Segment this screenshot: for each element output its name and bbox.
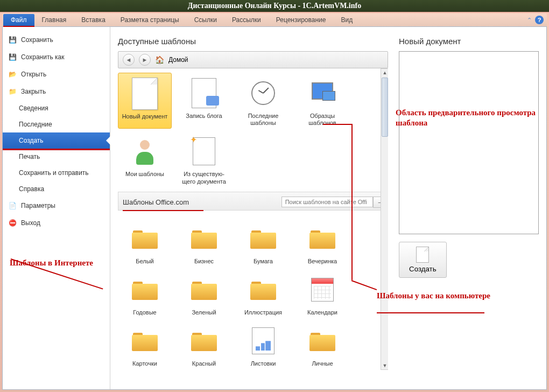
chart-doc-icon [252,327,274,354]
nav-exit[interactable]: ⛔ Выход [3,214,110,232]
create-button-label: Создать [409,265,437,273]
template-label: Мои шаблоны [120,171,170,178]
folder-icon [250,279,276,300]
online-templates-grid: Белый Бизнес Бумага Вечеринка Годовые Зе… [118,211,388,370]
folder-icon [132,331,158,351]
nav-close[interactable]: 📁 Закрыть [3,83,110,100]
nav-recent[interactable]: Последние [3,116,110,132]
person-icon [133,138,157,165]
scrollbar-thumb[interactable] [382,78,388,137]
template-folder-red[interactable]: Красный [177,320,231,369]
app-window: Дистанционные Онлайн Курсы - 1C.ArtemVM.… [0,0,549,392]
template-folder-cards[interactable]: Карточки [118,320,172,369]
nav-save[interactable]: 💾 Сохранить [3,31,110,48]
folder-icon [250,228,276,249]
template-label: Образцы шаблонов [298,113,347,127]
backstage-nav: 💾 Сохранить 💾 Сохранить как 📂 Открыть 📁 … [3,27,110,389]
scroll-down-icon[interactable]: ▼ [381,362,388,369]
nav-label: Сведения [19,104,48,112]
local-templates-grid: Новый документ Запись блога Последние ша… [118,68,388,192]
tab-view[interactable]: Вид [333,14,360,26]
folder-icon [191,228,217,249]
breadcrumb-bar: ◄ ► 🏠 Домой [118,51,388,68]
search-input[interactable] [281,197,373,207]
template-recent[interactable]: Последние шаблоны [236,73,290,129]
exit-icon: ⛔ [8,219,17,227]
templates-scroll: Новый документ Запись блога Последние ша… [118,68,388,370]
ribbon-tabs: Файл Главная Вставка Разметка страницы С… [2,13,547,26]
template-folder-party[interactable]: Вечеринка [295,218,349,267]
preview-box [399,51,539,234]
template-from-existing[interactable]: Из существую-щего документа [177,131,231,187]
template-folder-illustration[interactable]: Иллюстрация [236,269,290,318]
blog-icon [192,78,216,108]
nav-options[interactable]: 📄 Параметры [3,197,110,214]
tab-file[interactable]: Файл [3,14,34,26]
nav-help[interactable]: Справка [3,181,110,197]
folder-icon [309,331,335,351]
tab-references[interactable]: Ссылки [187,14,224,26]
document-icon [132,78,158,110]
nav-label: Печать [19,153,40,160]
template-label: Календари [298,309,347,316]
tab-home[interactable]: Главная [34,14,74,26]
folder-icon [132,228,158,249]
nav-label: Сохранить и отправить [19,169,89,177]
template-label: Последние шаблоны [238,113,288,127]
clock-icon [251,81,275,105]
template-folder-white[interactable]: Белый [118,218,172,267]
template-label: Личные [298,360,347,367]
calendar-icon [311,278,334,302]
nav-save-as[interactable]: 💾 Сохранить как [3,48,110,66]
template-my-templates[interactable]: Мои шаблоны [118,131,172,187]
save-icon: 💾 [8,36,17,44]
nav-print[interactable]: Печать [3,149,110,165]
monitor-icon [309,82,335,104]
options-icon: 📄 [8,201,17,210]
template-flyers[interactable]: Листовки [236,320,290,369]
nav-new[interactable]: Создать [3,132,110,149]
office-com-section: Шаблоны Office.com → [118,192,388,211]
template-folder-paper[interactable]: Бумага [236,218,290,267]
create-button[interactable]: Создать [399,242,447,278]
nav-open[interactable]: 📂 Открыть [3,66,110,83]
template-label: Листовки [238,360,288,367]
create-doc-icon [416,247,429,263]
preview-title: Новый документ [399,37,539,46]
ribbon-frame: Файл Главная Вставка Разметка страницы С… [0,12,549,392]
nav-info[interactable]: Сведения [3,100,110,116]
template-label: Красный [179,360,229,367]
tab-mailings[interactable]: Рассылки [224,14,269,26]
scroll-up-icon[interactable]: ▲ [381,69,388,76]
backstage: 💾 Сохранить 💾 Сохранить как 📂 Открыть 📁 … [2,26,547,390]
minimize-ribbon-icon[interactable]: ⌃ [527,17,532,24]
template-label: Карточки [120,360,170,367]
help-icon[interactable]: ? [535,16,544,24]
template-folder-business[interactable]: Бизнес [177,218,231,267]
template-calendars[interactable]: Календари [295,269,349,318]
nav-label: Создать [19,137,44,144]
tab-insert[interactable]: Вставка [74,14,113,26]
breadcrumb-home[interactable]: Домой [168,56,188,64]
template-blog-post[interactable]: Запись блога [177,73,231,129]
nav-label: Открыть [21,71,46,78]
template-folder-personal[interactable]: Личные [295,320,349,369]
vertical-scrollbar[interactable]: ▲ ▼ [381,68,388,370]
nav-back-button[interactable]: ◄ [123,54,135,66]
open-folder-icon: 📂 [8,70,17,79]
template-blank-document[interactable]: Новый документ [118,73,172,129]
nav-label: Закрыть [21,88,46,95]
template-search: → [281,197,388,208]
tab-review[interactable]: Рецензирование [269,14,334,26]
nav-save-send[interactable]: Сохранить и отправить [3,165,110,181]
template-folder-green[interactable]: Зеленый [177,269,231,318]
template-label: Белый [120,258,170,265]
home-icon[interactable]: 🏠 [155,55,164,64]
preview-panel: Новый документ Создать [399,37,539,380]
nav-forward-button[interactable]: ► [139,54,151,66]
sparkle-doc-icon [193,137,215,165]
template-folder-yearly[interactable]: Годовые [118,269,172,318]
tab-page-layout[interactable]: Разметка страницы [113,14,187,26]
nav-label: Справка [19,185,44,193]
template-samples[interactable]: Образцы шаблонов [295,73,349,129]
